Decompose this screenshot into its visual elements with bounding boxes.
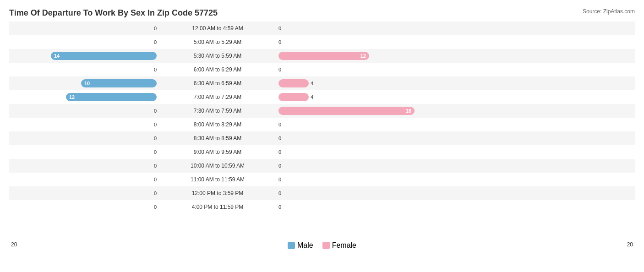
left-section: 0 xyxy=(9,173,160,186)
female-zero: 0 xyxy=(278,67,281,72)
right-section: 0 xyxy=(275,131,635,145)
male-bar: 10 xyxy=(81,79,157,87)
chart-title: Time Of Departure To Work By Sex In Zip … xyxy=(9,8,635,18)
chart-container: Time Of Departure To Work By Sex In Zip … xyxy=(0,0,644,272)
time-label: 7:30 AM to 7:59 AM xyxy=(160,108,275,114)
bar-row: 04:00 PM to 11:59 PM0 xyxy=(9,200,635,214)
source-text: Source: ZipAtlas.com xyxy=(583,8,635,15)
male-zero: 0 xyxy=(154,122,157,127)
time-label: 12:00 PM to 3:59 PM xyxy=(160,190,275,196)
right-section: 18 xyxy=(275,104,635,118)
left-section: 0 xyxy=(9,104,160,118)
female-zero: 0 xyxy=(278,190,281,196)
left-section: 0 xyxy=(9,131,160,145)
axis-left-label: 20 xyxy=(9,241,160,250)
male-label: Male xyxy=(297,241,313,250)
female-bar: 4 xyxy=(278,79,309,87)
left-section: 0 xyxy=(9,22,160,35)
axis-labels: 20 Male Female 20 xyxy=(9,239,635,250)
female-zero: 0 xyxy=(278,39,281,45)
male-zero: 0 xyxy=(154,136,157,141)
left-section: 0 xyxy=(9,200,160,214)
right-section: 4 xyxy=(275,90,635,104)
male-zero: 0 xyxy=(154,108,157,114)
right-section: 0 xyxy=(275,173,635,186)
bar-row: 06:00 AM to 6:29 AM0 xyxy=(9,63,635,76)
female-zero: 0 xyxy=(278,163,281,169)
time-label: 4:00 PM to 11:59 PM xyxy=(160,204,275,210)
right-section: 0 xyxy=(275,118,635,131)
male-swatch xyxy=(288,242,295,249)
bar-row: 012:00 AM to 4:59 AM0 xyxy=(9,22,635,35)
female-zero: 0 xyxy=(278,204,281,210)
male-zero: 0 xyxy=(154,149,157,155)
left-section: 10 xyxy=(9,76,160,90)
legend: Male Female xyxy=(160,241,484,250)
time-label: 8:00 AM to 8:29 AM xyxy=(160,121,275,128)
male-value-inside: 14 xyxy=(54,53,60,59)
time-label: 6:30 AM to 6:59 AM xyxy=(160,80,275,87)
left-section: 0 xyxy=(9,145,160,159)
right-section: 0 xyxy=(275,159,635,173)
bar-row: 010:00 AM to 10:59 AM0 xyxy=(9,159,635,173)
axis-right-label: 20 xyxy=(484,241,635,250)
male-zero: 0 xyxy=(154,39,157,45)
male-zero: 0 xyxy=(154,67,157,72)
female-value-outside: 4 xyxy=(311,81,313,86)
male-value-inside: 10 xyxy=(84,81,90,86)
male-bar: 12 xyxy=(66,93,157,101)
time-label: 6:00 AM to 6:29 AM xyxy=(160,66,275,73)
legend-female: Female xyxy=(322,241,356,250)
right-section: 12 xyxy=(275,49,635,63)
right-section: 0 xyxy=(275,22,635,35)
right-section: 0 xyxy=(275,145,635,159)
male-zero: 0 xyxy=(154,177,157,182)
male-zero: 0 xyxy=(154,190,157,196)
left-section: 0 xyxy=(9,35,160,49)
bar-row: 127:00 AM to 7:29 AM4 xyxy=(9,90,635,104)
male-value-inside: 12 xyxy=(69,94,75,100)
right-section: 0 xyxy=(275,186,635,200)
female-zero: 0 xyxy=(278,149,281,155)
female-bar: 12 xyxy=(278,52,369,60)
left-section: 0 xyxy=(9,63,160,76)
bar-row: 012:00 PM to 3:59 PM0 xyxy=(9,186,635,200)
time-label: 5:30 AM to 5:59 AM xyxy=(160,53,275,59)
bar-row: 145:30 AM to 5:59 AM12 xyxy=(9,49,635,63)
right-section: 4 xyxy=(275,76,635,90)
right-section: 0 xyxy=(275,200,635,214)
female-zero: 0 xyxy=(278,122,281,127)
female-zero: 0 xyxy=(278,177,281,182)
left-section: 0 xyxy=(9,186,160,200)
time-label: 12:00 AM to 4:59 AM xyxy=(160,25,275,32)
female-value-outside: 4 xyxy=(311,94,313,100)
time-label: 5:00 AM to 5:29 AM xyxy=(160,39,275,45)
female-zero: 0 xyxy=(278,26,281,31)
female-value-inside: 18 xyxy=(406,108,411,114)
female-label: Female xyxy=(332,241,356,250)
male-zero: 0 xyxy=(154,204,157,210)
male-bar: 14 xyxy=(51,52,157,60)
female-bar: 4 xyxy=(278,93,309,101)
chart-area: 012:00 AM to 4:59 AM005:00 AM to 5:29 AM… xyxy=(9,22,635,239)
time-label: 10:00 AM to 10:59 AM xyxy=(160,163,275,169)
bar-row: 08:30 AM to 8:59 AM0 xyxy=(9,131,635,145)
bar-row: 011:00 AM to 11:59 AM0 xyxy=(9,173,635,186)
right-section: 0 xyxy=(275,63,635,76)
left-section: 0 xyxy=(9,159,160,173)
left-section: 12 xyxy=(9,90,160,104)
female-swatch xyxy=(322,242,330,249)
rows-wrapper: 012:00 AM to 4:59 AM005:00 AM to 5:29 AM… xyxy=(9,22,635,239)
right-section: 0 xyxy=(275,35,635,49)
bar-row: 106:30 AM to 6:59 AM4 xyxy=(9,76,635,90)
legend-male: Male xyxy=(288,241,313,250)
bar-row: 05:00 AM to 5:29 AM0 xyxy=(9,35,635,49)
left-section: 0 xyxy=(9,118,160,131)
time-label: 7:00 AM to 7:29 AM xyxy=(160,94,275,100)
left-section: 14 xyxy=(9,49,160,63)
time-label: 11:00 AM to 11:59 AM xyxy=(160,176,275,183)
time-label: 8:30 AM to 8:59 AM xyxy=(160,135,275,141)
female-zero: 0 xyxy=(278,136,281,141)
male-zero: 0 xyxy=(154,26,157,31)
bar-row: 09:00 AM to 9:59 AM0 xyxy=(9,145,635,159)
